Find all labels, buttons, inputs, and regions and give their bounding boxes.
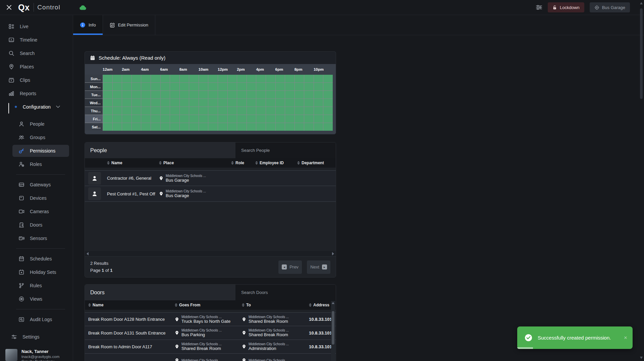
sidebar-item-clips[interactable]: Clips (0, 73, 73, 87)
scroll-down-icon[interactable] (640, 357, 643, 359)
schedule-cell-active (323, 83, 333, 91)
schedule-cell-active (237, 91, 247, 99)
schedule-cell-active (113, 99, 122, 107)
doors-table-row[interactable]: Break Room to Admin Door A117Middletown … (85, 340, 336, 354)
to-place: Shared Break Room (249, 319, 289, 324)
sidebar-item-configuration[interactable]: Configuration (0, 100, 73, 114)
sidebar-item-roles[interactable]: Roles (0, 158, 73, 171)
schedule-cell-active (199, 107, 208, 115)
lockdown-button[interactable]: Lockdown (548, 2, 584, 12)
schedule-cell-active (141, 83, 151, 91)
people-title: People (85, 142, 235, 158)
schedule-cell-active (122, 107, 131, 115)
column-header-place[interactable]: Place (159, 161, 231, 165)
sidebar-item-label: Schedules (30, 256, 52, 261)
sidebar-item-places[interactable]: Places (0, 60, 73, 73)
column-header-department[interactable]: Department (297, 161, 336, 165)
schedule-cell-active (161, 123, 170, 131)
schedule-cell-active (314, 91, 323, 99)
scrollbar-thumb[interactable] (640, 8, 643, 99)
sidebar-item-people[interactable]: People (0, 117, 73, 131)
column-header-name[interactable]: Name (88, 303, 175, 307)
people-horizontal-scrollbar[interactable] (85, 251, 336, 256)
sidebar-item-holiday-sets[interactable]: Holiday Sets (0, 265, 73, 279)
next-page-button[interactable]: Next ▸ (307, 260, 330, 274)
sidebar-item-devices[interactable]: Devices (0, 191, 73, 205)
schedule-cell-active (237, 123, 247, 131)
sidebar-item-label: Views (30, 296, 42, 302)
sensor-icon (18, 235, 24, 241)
people-table-row[interactable]: Pest Control #1, Pest Off Middletown Cit… (85, 186, 336, 202)
sidebar-item-label: Groups (30, 135, 45, 140)
sidebar-item-doors[interactable]: Doors (0, 218, 73, 232)
map-pin-icon (242, 317, 246, 322)
tab-edit-permission[interactable]: Edit Permission (103, 15, 155, 35)
schedule-cell-active (285, 83, 294, 91)
scroll-right-icon[interactable] (332, 252, 334, 255)
map-pin-icon (159, 191, 163, 196)
sidebar-item-live[interactable]: Live (0, 20, 73, 33)
sidebar-item-permissions[interactable]: Permissions (0, 144, 73, 158)
door-name: Break Room Door A131 South Entrance (88, 330, 175, 336)
search-doors-input[interactable] (235, 285, 336, 300)
sidebar-item-timeline[interactable]: Timeline (0, 33, 73, 47)
schedule-cell-active (314, 99, 323, 107)
filter-sliders-icon[interactable] (536, 5, 542, 10)
sort-icon (297, 161, 300, 165)
column-header-name[interactable]: Name (107, 161, 159, 165)
sidebar-item-reports[interactable]: Reports (0, 87, 73, 100)
schedule-cell-active (113, 115, 122, 123)
schedule-cell-active (266, 123, 275, 131)
info-icon (80, 22, 86, 28)
map-pin-icon (175, 317, 179, 322)
column-header-employee-id[interactable]: Employee ID (255, 161, 297, 165)
user-profile[interactable]: Nack, Tanner tnack@gravitygts.com Gravit… (0, 346, 73, 361)
schedule-cell-active (256, 99, 266, 107)
sidebar-item-schedules[interactable]: Schedules (0, 252, 73, 265)
schedule-cell-active (208, 75, 218, 82)
schedule-cell-active (189, 75, 199, 82)
schedule-cell-active (247, 83, 256, 91)
scroll-up-icon[interactable] (332, 302, 334, 304)
sidebar-item-label: Permissions (30, 148, 55, 154)
column-header-role[interactable]: Role (231, 161, 255, 165)
close-icon[interactable] (4, 2, 14, 12)
sidebar-item-sensors[interactable]: Sensors (0, 232, 73, 245)
column-header-to[interactable]: To (242, 303, 309, 307)
sidebar-item-audit-logs[interactable]: Audit Logs (0, 313, 73, 326)
person-avatar (88, 187, 101, 200)
sort-icon (231, 161, 234, 165)
toast-close-icon[interactable]: × (624, 335, 627, 341)
scrollbar-thumb[interactable] (332, 311, 334, 345)
sidebar-item-rules[interactable]: Rules (0, 279, 73, 292)
sidebar-item-views[interactable]: Views (0, 292, 73, 306)
people-table-row[interactable]: Contractor #6, General Middletown City S… (85, 170, 336, 186)
tab-info[interactable]: Info (73, 15, 103, 35)
schedule-cell-active (285, 99, 294, 107)
schedule-cell-active (199, 91, 208, 99)
sidebar-item-search[interactable]: Search (0, 47, 73, 60)
scroll-up-icon[interactable] (640, 2, 643, 4)
column-header-goes-from[interactable]: Goes From (175, 303, 242, 307)
doors-table-row[interactable]: Break Room Door A128 North EntranceMiddl… (85, 312, 336, 326)
doors-table-row[interactable]: Middletown City Schools ...Middletown Ci… (85, 354, 336, 361)
search-people-input[interactable] (235, 142, 336, 158)
sidebar-item-groups[interactable]: Groups (0, 131, 73, 144)
schedule-cell-active (228, 107, 237, 115)
site-selector-button[interactable]: Bus Garage (590, 2, 630, 12)
sidebar-item-gateways[interactable]: Gateways (0, 178, 73, 191)
schedule-card-header: Schedule: Always (Read only) (85, 52, 336, 64)
schedule-cell-active (323, 75, 333, 82)
scroll-left-icon[interactable] (87, 252, 89, 255)
doors-table-row[interactable]: Break Room Door A131 South EntranceMiddl… (85, 326, 336, 340)
sidebar-item-cameras[interactable]: Cameras (0, 205, 73, 218)
doors-vertical-scrollbar[interactable] (331, 301, 335, 361)
schedule-day-label: Wed... (85, 99, 103, 107)
sidebar-item-label: Doors (30, 222, 42, 228)
schedule-cell-active (208, 83, 218, 91)
page-vertical-scrollbar[interactable] (639, 0, 644, 361)
prev-page-button[interactable]: ◂ Prev (278, 260, 302, 274)
from-org: Middletown City Schools ... (181, 359, 222, 361)
cloud-status-icon (79, 5, 87, 10)
sidebar-item-settings[interactable]: Settings (0, 330, 73, 344)
